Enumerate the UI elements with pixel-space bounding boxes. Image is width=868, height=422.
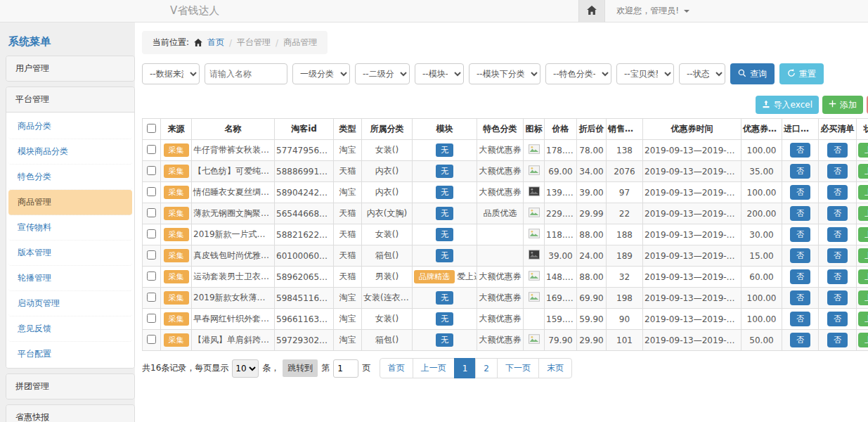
page-number-input[interactable]	[333, 359, 358, 378]
column-header-10: 销售数量	[607, 119, 643, 140]
table-row: 采集【港风】单肩斜跨链条...597293020870淘宝箱包()无大额优惠券7…	[143, 330, 868, 351]
import-select-toggle[interactable]: 否	[790, 290, 810, 305]
status-toggle[interactable]: 上架	[858, 248, 868, 263]
filter-select-status[interactable]: --状态--	[679, 63, 725, 84]
must-buy-toggle[interactable]: 否	[827, 185, 848, 200]
must-buy-toggle[interactable]: 否	[827, 206, 848, 221]
user-menu[interactable]: 欢迎您，管理员!	[605, 0, 701, 22]
sidebar-subitem[interactable]: 版本管理	[8, 241, 132, 266]
import-select-toggle[interactable]: 否	[790, 333, 810, 347]
product-thumbnail	[529, 252, 540, 262]
row-checkbox[interactable]	[147, 166, 156, 175]
must-buy-toggle[interactable]: 否	[827, 290, 848, 305]
import-select-toggle[interactable]: 否	[790, 269, 810, 284]
sidebar-subitem[interactable]: 模块商品分类	[8, 139, 132, 165]
status-toggle[interactable]: 上架	[858, 290, 868, 305]
row-checkbox-cell	[143, 140, 161, 161]
cell-status: 上架	[857, 309, 868, 330]
cell-feature: 大额优惠券	[477, 309, 524, 330]
add-button[interactable]: 添加	[822, 96, 863, 114]
row-checkbox-cell	[143, 203, 161, 224]
pager-button-首页[interactable]: 首页	[380, 358, 413, 378]
sidebar-item-user[interactable]: 用户管理	[6, 56, 134, 81]
must-buy-toggle[interactable]: 否	[827, 312, 848, 326]
must-buy-toggle[interactable]: 否	[827, 143, 848, 158]
sidebar-subitem[interactable]: 商品管理	[8, 190, 132, 215]
cell-category: 女装()	[362, 140, 413, 161]
pager-button-1[interactable]: 1	[454, 358, 477, 378]
status-toggle[interactable]: 上架	[858, 185, 868, 200]
import-select-toggle[interactable]: 否	[790, 206, 810, 221]
jump-button[interactable]: 跳转到	[283, 359, 318, 377]
cell-discount-price: 39.00	[577, 182, 607, 203]
filter-select-module-subcategory[interactable]: --模块下分类--	[469, 63, 540, 84]
status-toggle[interactable]: 上架	[858, 206, 868, 221]
row-checkbox[interactable]	[147, 208, 156, 217]
cell-taoke-id: 597293020870	[275, 330, 334, 351]
row-checkbox[interactable]	[147, 271, 156, 281]
must-buy-toggle[interactable]: 否	[827, 164, 848, 179]
filter-select-level1-category[interactable]: 一级分类	[292, 63, 350, 84]
reset-button[interactable]: 重置	[779, 63, 824, 84]
sidebar-subitem[interactable]: 商品分类	[8, 114, 132, 139]
status-toggle[interactable]: 上架	[858, 227, 868, 242]
must-buy-toggle[interactable]: 否	[827, 227, 848, 242]
row-checkbox[interactable]	[147, 335, 156, 344]
row-checkbox[interactable]	[147, 293, 156, 302]
per-page-select[interactable]: 10	[232, 359, 259, 378]
must-buy-toggle[interactable]: 否	[827, 269, 848, 284]
filter-select-module[interactable]: --模块--	[415, 63, 464, 84]
breadcrumb-separator: /	[229, 38, 232, 48]
cell-feature: 大额优惠券	[477, 182, 524, 203]
sidebar-subitem[interactable]: 意见反馈	[8, 316, 132, 342]
filter-input-name-keyword[interactable]	[205, 63, 287, 84]
must-buy-toggle[interactable]: 否	[827, 333, 848, 347]
status-toggle[interactable]: 上架	[858, 312, 868, 326]
status-toggle[interactable]: 上架	[858, 333, 868, 347]
search-button[interactable]: 查询	[730, 63, 775, 84]
import-excel-button[interactable]: 导入excel	[756, 96, 819, 114]
import-select-toggle[interactable]: 否	[790, 312, 810, 326]
sidebar-item-express[interactable]: 省惠快报	[6, 405, 134, 422]
filter-select-item-type[interactable]: --宝贝类型--	[616, 63, 674, 84]
row-checkbox[interactable]	[147, 229, 156, 238]
cell-name: 【港风】单肩斜跨链条...	[192, 330, 275, 351]
import-select-toggle[interactable]: 否	[790, 185, 810, 200]
sidebar-subitem[interactable]: 平台配置	[8, 342, 132, 366]
status-toggle[interactable]: 上架	[858, 164, 868, 179]
import-select-toggle[interactable]: 否	[790, 143, 810, 158]
filter-select-feature-category[interactable]: --特色分类--	[545, 63, 611, 84]
cell-import-select: 否	[782, 309, 819, 330]
cell-source: 采集	[161, 309, 192, 330]
sidebar-subitem[interactable]: 启动页管理	[8, 291, 132, 316]
module-badge: 无	[436, 186, 453, 199]
module-badge: 无	[436, 312, 453, 326]
pager-button-下一页[interactable]: 下一页	[497, 358, 539, 378]
select-all-checkbox[interactable]	[147, 124, 156, 133]
row-checkbox[interactable]	[147, 187, 156, 196]
cell-status: 上架	[857, 203, 868, 224]
import-select-toggle[interactable]: 否	[790, 164, 810, 179]
row-checkbox[interactable]	[147, 145, 156, 154]
filter-select-data-source[interactable]: --数据来源--	[142, 63, 200, 84]
sidebar-subitem[interactable]: 特色分类	[8, 165, 132, 190]
breadcrumb-home-link[interactable]: 首页	[207, 37, 224, 49]
status-toggle[interactable]: 上架	[858, 143, 868, 158]
home-button[interactable]	[578, 0, 605, 22]
sidebar-subitem[interactable]: 宣传物料	[8, 215, 132, 241]
pager-button-上一页[interactable]: 上一页	[413, 358, 455, 378]
cell-sales: 188	[607, 224, 643, 245]
pager-button-末页[interactable]: 末页	[538, 358, 572, 378]
row-checkbox[interactable]	[147, 250, 156, 260]
pager-button-2[interactable]: 2	[475, 358, 498, 378]
sidebar-item-group-buy[interactable]: 拼团管理	[6, 374, 134, 399]
import-select-toggle[interactable]: 否	[790, 227, 810, 242]
sidebar-item-platform[interactable]: 平台管理	[6, 87, 134, 112]
status-toggle[interactable]: 上架	[858, 269, 868, 284]
import-select-toggle[interactable]: 否	[790, 248, 810, 263]
table-row: 采集【七色纺】可爱纯棉家...588869917501天猫内衣()无大额优惠券6…	[143, 161, 868, 182]
row-checkbox[interactable]	[147, 314, 156, 323]
filter-select-level2-category[interactable]: --二级分类--	[355, 63, 410, 84]
sidebar-subitem[interactable]: 轮播管理	[8, 266, 132, 291]
must-buy-toggle[interactable]: 否	[827, 248, 848, 263]
